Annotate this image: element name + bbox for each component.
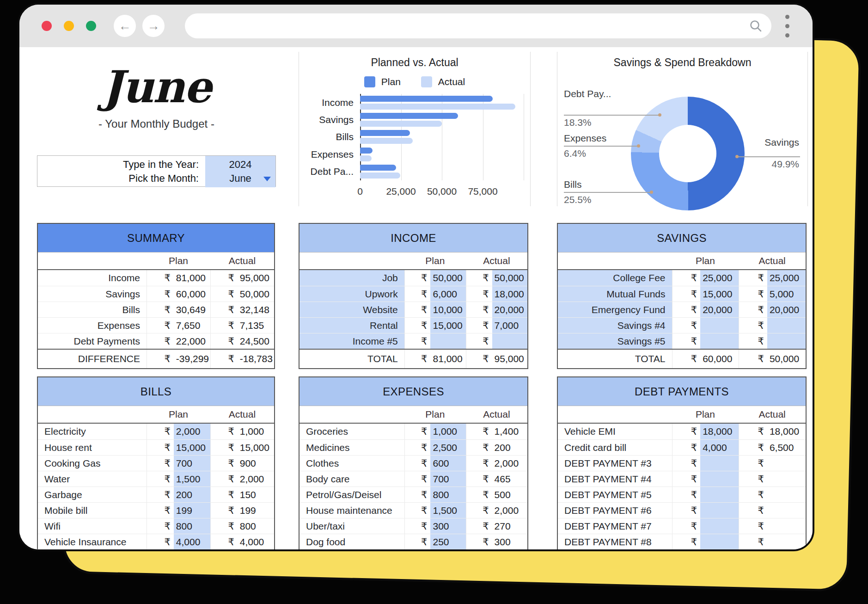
back-button[interactable]: ← — [114, 15, 136, 37]
table-row: House maintenance ₹ 1,500 ₹ 2,000 — [300, 502, 527, 518]
donut-chart-cell: Savings & Spend Breakdown Debt Pay... 18… — [557, 52, 808, 206]
x-tick-label: 0 — [357, 186, 363, 197]
arrow-right-icon: → — [147, 20, 160, 32]
bar-group: Expenses — [360, 146, 524, 163]
x-tick-label: 25,000 — [386, 186, 416, 197]
forward-button[interactable]: → — [142, 15, 165, 37]
column-header-row: Plan Actual — [38, 406, 274, 424]
table-row: Groceries ₹ 1,000 ₹ 1,400 — [300, 424, 527, 439]
year-month-controls: Type in the Year: Pick the Month: 2024 J… — [37, 155, 276, 187]
table-row: Wifi ₹ 800 ₹ 800 — [38, 518, 274, 534]
table-row: Savings #4 ₹ ₹ — [558, 317, 806, 333]
bar-plan — [360, 148, 373, 154]
table-row: Income ₹ 81,000 ₹ 95,000 — [38, 270, 274, 286]
table-row: Rental ₹ 15,000 ₹ 7,000 — [300, 317, 527, 333]
donut-label-savings: Savings — [764, 137, 799, 148]
leader-dot — [658, 113, 661, 117]
table-row: Clothes ₹ 600 ₹ 2,000 — [300, 455, 527, 471]
donut-pct-expenses: 6.4% — [564, 148, 586, 159]
leader-line — [564, 192, 651, 193]
summary-table: SUMMARY Plan Actual Income ₹ 81,000 ₹ 9 — [37, 223, 275, 369]
table-row: House rent ₹ 15,000 ₹ 15,000 — [38, 439, 274, 455]
total-row: TOTAL ₹ 81,000 ₹ 95,000 — [300, 349, 527, 368]
screenshot-stage: ← → June - Your Monthly Budget - — [0, 0, 868, 604]
minimize-window-button[interactable] — [64, 21, 74, 31]
table-title: DEBT PAYMENTS — [558, 377, 806, 406]
bar-plot-area: IncomeSavingsBillsExpensesDebt Pa... — [360, 94, 524, 180]
donut-pct-debt: 18.3% — [564, 117, 592, 128]
leader-dot — [637, 144, 640, 148]
month-dropdown[interactable]: June — [205, 172, 275, 185]
close-window-button[interactable] — [42, 21, 52, 31]
table-title: BILLS — [38, 377, 274, 406]
kebab-dot — [785, 15, 789, 19]
table-row: Debt Payments ₹ 22,000 ₹ 24,500 — [38, 333, 274, 349]
table-row: Cooking Gas ₹ 700 ₹ 900 — [38, 455, 274, 471]
table-row: Savings ₹ 60,000 ₹ 50,000 — [38, 286, 274, 302]
table-row: Electricity ₹ 2,000 ₹ 1,000 — [38, 424, 274, 439]
search-icon[interactable] — [749, 19, 762, 32]
browser-window: ← → June - Your Monthly Budget - — [18, 3, 814, 551]
chevron-down-icon[interactable] — [263, 177, 271, 181]
bar-actual — [360, 104, 515, 110]
browser-chrome: ← → — [19, 5, 813, 47]
bar-plan — [360, 165, 396, 171]
table-title: INCOME — [300, 224, 527, 253]
x-tick-label: 75,000 — [468, 186, 497, 197]
bar-chart-legend: Plan Actual — [299, 76, 530, 87]
column-header-row: Plan Actual — [300, 406, 527, 424]
kebab-dot — [785, 33, 789, 37]
table-row: Job ₹ 50,000 ₹ 50,000 — [300, 270, 527, 286]
spreadsheet-content: June - Your Monthly Budget - Type in the… — [19, 51, 813, 549]
table-row: Uber/taxi ₹ 300 ₹ 270 — [300, 518, 527, 534]
table-title: SAVINGS — [558, 224, 806, 253]
table-row: Dog food ₹ 250 ₹ 300 — [300, 534, 527, 549]
table-row: Emergency Fund ₹ 20,000 ₹ 20,000 — [558, 302, 806, 317]
x-tick-label: 50,000 — [427, 186, 457, 197]
bills-table: BILLS Plan Actual Electricity ₹ 2,000 ₹ — [37, 376, 275, 550]
table-row: DEBT PAYMENT #3 ₹ ₹ — [558, 455, 806, 471]
arrow-left-icon: ← — [119, 20, 131, 32]
table-row: DEBT PAYMENT #5 ₹ ₹ — [558, 487, 806, 502]
table-row: Medicines ₹ 2,500 ₹ 200 — [300, 439, 527, 455]
donut-label-expenses: Expenses — [564, 133, 606, 144]
legend-label-actual: Actual — [438, 76, 465, 87]
url-bar[interactable] — [185, 13, 771, 38]
legend-swatch-actual — [421, 76, 432, 87]
table-row: Body care ₹ 700 ₹ 465 — [300, 471, 527, 487]
table-row: Petrol/Gas/Deisel ₹ 800 ₹ 500 — [300, 487, 527, 502]
bar-actual — [360, 121, 442, 127]
table-row: Vehicle EMI ₹ 18,000 ₹ 18,000 — [558, 424, 806, 439]
table-row: Vehicle Insaurance ₹ 4,000 ₹ 4,000 — [38, 534, 274, 549]
table-row: DEBT PAYMENT #6 ₹ ₹ — [558, 502, 806, 518]
legend-label-plan: Plan — [381, 76, 401, 87]
legend-swatch-plan — [364, 76, 375, 87]
total-row: TOTAL ₹ 60,000 ₹ 50,000 — [558, 349, 806, 368]
table-title: EXPENSES — [300, 377, 527, 406]
bar-group: Bills — [360, 129, 524, 146]
table-row: Mobile bill ₹ 199 ₹ 199 — [38, 502, 274, 518]
table-title: SUMMARY — [38, 224, 274, 253]
year-input[interactable]: 2024 — [205, 158, 275, 172]
month-label: Pick the Month: — [37, 172, 205, 185]
table-row: Garbage ₹ 200 ₹ 150 — [38, 487, 274, 502]
browser-menu-button[interactable] — [783, 13, 791, 39]
month-title: June — [37, 64, 276, 110]
column-header-row: Plan Actual — [38, 253, 274, 270]
difference-row: DIFFERENCE ₹ -39,299 ₹ -18,783 — [38, 349, 274, 368]
donut-pct-bills: 25.5% — [564, 194, 592, 205]
leader-line — [564, 115, 660, 116]
column-header-row: Plan Actual — [558, 406, 806, 424]
table-row: Income #5 ₹ ₹ — [300, 333, 527, 349]
budget-subtitle: - Your Monthly Budget - — [37, 117, 276, 130]
nav-buttons: ← → — [114, 15, 165, 37]
bar-chart-cell: Planned vs. Actual Plan Actual IncomeSav… — [299, 52, 531, 206]
maximize-window-button[interactable] — [86, 21, 96, 31]
donut-chart — [631, 97, 745, 210]
donut-label-debt: Debt Pay... — [564, 88, 611, 99]
bar-chart-title: Planned vs. Actual — [299, 56, 530, 69]
table-row: DEBT PAYMENT #4 ₹ ₹ — [558, 471, 806, 487]
year-label: Type in the Year: — [37, 158, 205, 172]
leader-dot — [735, 155, 739, 158]
bar-category-label: Bills — [299, 131, 354, 142]
